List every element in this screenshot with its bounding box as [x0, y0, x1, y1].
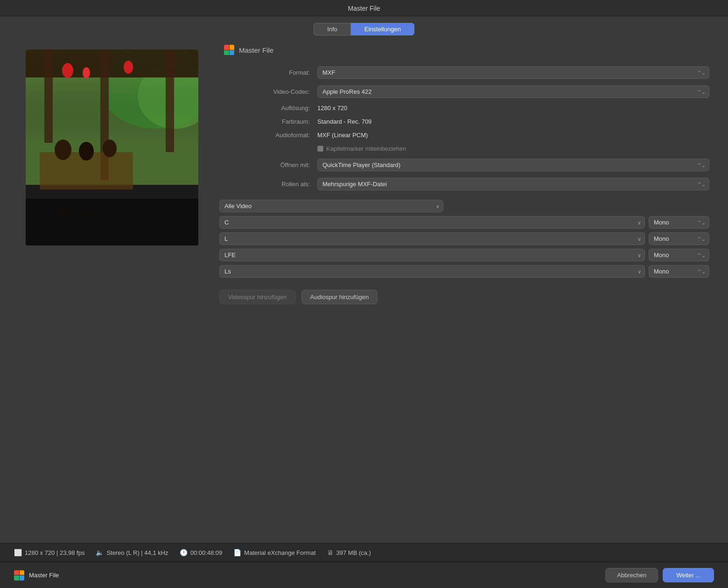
track-lfe-select-wrapper: LFE ∨ [219, 249, 645, 261]
svg-point-9 [124, 61, 133, 74]
svg-point-15 [103, 140, 117, 157]
svg-rect-7 [166, 49, 174, 152]
status-size-text: 397 MB (ca.) [336, 549, 371, 556]
chapter-markers-label: Kapitelmarker miteinbeziehen [326, 145, 406, 152]
status-resolution-text: 1280 x 720 | 23,98 fps [25, 549, 84, 556]
colorspace-value: Standard - Rec. 709 [317, 118, 709, 125]
status-format-text: Material eXchange Format [244, 549, 315, 556]
status-size: 🖥 397 MB (ca.) [327, 549, 382, 556]
svg-point-14 [79, 142, 94, 161]
status-format: 📄 Material eXchange Format [233, 549, 327, 556]
cancel-button[interactable]: Abbrechen [605, 568, 658, 582]
track-ls-mono-select[interactable]: Mono Stereo [649, 265, 709, 278]
track-l-select[interactable]: L [219, 232, 645, 245]
file-header: Master File [219, 45, 709, 55]
tab-info[interactable]: Info [314, 23, 351, 35]
track-lfe-mono-select[interactable]: Mono Stereo [649, 249, 709, 261]
tabs-row: Info Einstellungen [0, 16, 728, 40]
add-audio-track-button[interactable]: Audiospur hinzufügen [301, 290, 378, 304]
video-preview [26, 49, 198, 245]
app-color-icon [224, 45, 234, 55]
bottom-left: Master File [14, 570, 59, 581]
bottom-right: Abbrechen Weiter ... [605, 568, 714, 582]
track-row-c: C ∨ Mono Stereo ⌃⌄ [219, 216, 709, 229]
svg-point-17 [56, 209, 70, 217]
track-lfe-select[interactable]: LFE [219, 249, 645, 261]
status-bar: ⬜ 1280 x 720 | 23,98 fps 🔈 Stereo (L R) … [0, 543, 728, 562]
svg-point-18 [80, 212, 92, 218]
format-select[interactable]: MXF MOV MP4 [317, 66, 709, 79]
title-bar: Master File [0, 0, 728, 16]
track-ls-select[interactable]: Ls [219, 265, 645, 278]
audio-tracks: C ∨ Mono Stereo ⌃⌄ [219, 216, 709, 278]
add-video-track-button[interactable]: Videospur hinzufügen [219, 290, 296, 304]
svg-rect-5 [44, 49, 53, 143]
bottom-title: Master File [29, 572, 59, 579]
role-label: Rollen als: [219, 181, 313, 188]
status-audio-text: Stereo (L R) | 44,1 kHz [106, 549, 168, 556]
track-l-select-wrapper: L ∨ [219, 232, 645, 245]
track-lfe-mono-wrapper: Mono Stereo ⌃⌄ [649, 249, 709, 261]
svg-point-13 [55, 140, 71, 160]
track-row-l: L ∨ Mono Stereo ⌃⌄ [219, 232, 709, 245]
open-with-select-wrapper: QuickTime Player (Standard) VLC IINA ⌃⌄ [317, 159, 709, 171]
content-area: Master File Format: MXF MOV MP4 ⌃⌄ Video… [0, 40, 728, 543]
all-video-select-wrapper: Alle Video ∨ [219, 200, 443, 212]
svg-rect-16 [26, 199, 198, 245]
track-row-ls: Ls ∨ Mono Stereo ⌃⌄ [219, 265, 709, 278]
status-audio: 🔈 Stereo (L R) | 44,1 kHz [96, 549, 179, 556]
settings-panel: Master File Format: MXF MOV MP4 ⌃⌄ Video… [219, 45, 709, 538]
chapter-markers-checkbox[interactable] [317, 146, 323, 152]
preview-panel [23, 45, 201, 538]
main-container: Master File Format: MXF MOV MP4 ⌃⌄ Video… [0, 40, 728, 543]
settings-form: Format: MXF MOV MP4 ⌃⌄ Video-Codec: Appl… [219, 66, 709, 190]
track-l-mono-wrapper: Mono Stereo ⌃⌄ [649, 232, 709, 245]
format-label: Format: [219, 69, 313, 76]
track-c-mono-select[interactable]: Mono Stereo [649, 216, 709, 229]
svg-point-8 [62, 63, 73, 78]
track-c-select[interactable]: C [219, 216, 645, 229]
resolution-label: Auflösung: [219, 105, 313, 112]
track-row-lfe: LFE ∨ Mono Stereo ⌃⌄ [219, 249, 709, 261]
bottom-color-icon [14, 570, 24, 581]
format-select-wrapper: MXF MOV MP4 ⌃⌄ [317, 66, 709, 79]
monitor-icon: 🖥 [327, 549, 334, 556]
track-ls-select-wrapper: Ls ∨ [219, 265, 645, 278]
scene-svg [26, 49, 198, 245]
chapter-markers-row: Kapitelmarker miteinbeziehen [317, 145, 709, 152]
role-select[interactable]: Mehrspurige MXF-Datei Einzelspur MXF-Dat… [317, 178, 709, 190]
resolution-value: 1280 x 720 [317, 105, 709, 112]
clock-icon: 🕐 [180, 549, 188, 556]
svg-point-10 [83, 67, 90, 78]
role-select-wrapper: Mehrspurige MXF-Datei Einzelspur MXF-Dat… [317, 178, 709, 190]
track-l-mono-select[interactable]: Mono Stereo [649, 232, 709, 245]
video-codec-select[interactable]: Apple ProRes 422 Apple ProRes 4444 H.264 [317, 85, 709, 98]
video-codec-label: Video-Codec: [219, 88, 313, 95]
colorspace-label: Farbraum: [219, 118, 313, 125]
track-c-select-wrapper: C ∨ [219, 216, 645, 229]
all-video-row: Alle Video ∨ [219, 200, 709, 212]
file-icon: 📄 [233, 549, 241, 556]
audio-format-label: Audioformat: [219, 132, 313, 139]
video-preview-inner [26, 49, 198, 245]
status-resolution: ⬜ 1280 x 720 | 23,98 fps [14, 549, 96, 556]
audio-icon: 🔈 [96, 549, 104, 556]
track-ls-mono-wrapper: Mono Stereo ⌃⌄ [649, 265, 709, 278]
resolution-icon: ⬜ [14, 549, 22, 556]
tab-settings[interactable]: Einstellungen [351, 23, 414, 35]
file-header-title: Master File [239, 46, 273, 54]
track-c-mono-wrapper: Mono Stereo ⌃⌄ [649, 216, 709, 229]
bottom-bar: Master File Abbrechen Weiter ... [0, 562, 728, 588]
status-duration-text: 00:00:48:09 [190, 549, 223, 556]
video-codec-select-wrapper: Apple ProRes 422 Apple ProRes 4444 H.264… [317, 85, 709, 98]
audio-format-value: MXF (Linear PCM) [317, 132, 709, 139]
open-with-select[interactable]: QuickTime Player (Standard) VLC IINA [317, 159, 709, 171]
add-track-buttons: Videospur hinzufügen Audiospur hinzufüge… [219, 290, 709, 304]
next-button[interactable]: Weiter ... [663, 568, 714, 582]
open-with-label: Öffnen mit: [219, 161, 313, 168]
status-duration: 🕐 00:00:48:09 [180, 549, 234, 556]
all-video-select[interactable]: Alle Video [219, 200, 443, 212]
window-title: Master File [348, 5, 380, 12]
